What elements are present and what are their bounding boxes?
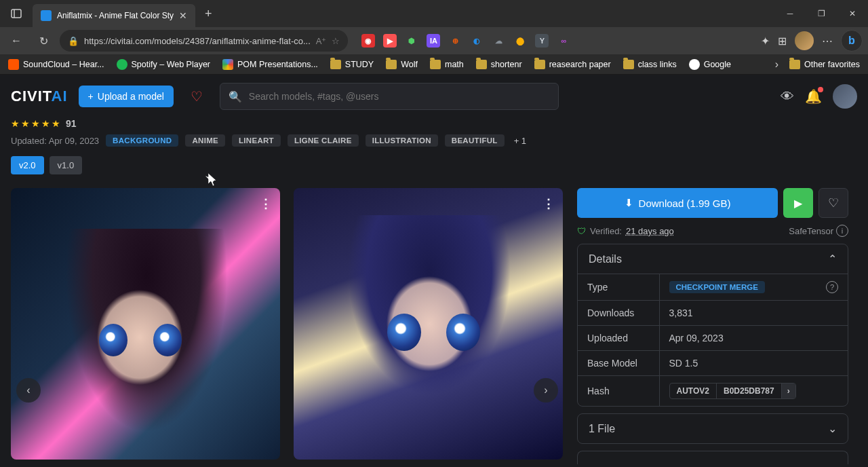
- image-menu-icon[interactable]: ⋮: [542, 196, 555, 211]
- rating-count: 91: [66, 118, 77, 129]
- ext-icon-5[interactable]: ⊕: [448, 34, 462, 48]
- ext-icon-10[interactable]: ∞: [557, 34, 570, 48]
- bookmark-pom[interactable]: POM Presentations...: [222, 59, 318, 70]
- files-panel-header[interactable]: 1 File ⌄: [578, 414, 848, 443]
- svg-rect-0: [12, 10, 21, 18]
- ext-icon-3[interactable]: ⬢: [405, 34, 418, 48]
- url-text: https://civitai.com/models/24387/aniflat…: [84, 36, 311, 46]
- details-table: TypeCHECKPOINT MERGE? Downloads3,831 Upl…: [578, 274, 848, 406]
- more-tags-button[interactable]: + 1: [511, 136, 529, 146]
- tab-title: Aniflatmix - Anime Flat Color Sty: [57, 11, 174, 20]
- version-v1[interactable]: v1.0: [50, 156, 83, 174]
- gallery-image-1[interactable]: ⋮: [11, 188, 280, 460]
- bookmark-folder-math[interactable]: math: [430, 60, 464, 69]
- bookmark-folder-study[interactable]: STUDY: [330, 60, 374, 69]
- bing-button[interactable]: b: [841, 30, 863, 52]
- address-bar[interactable]: 🔒 https://civitai.com/models/24387/anifl…: [60, 30, 348, 52]
- tag-anime[interactable]: ANIME: [185, 134, 225, 147]
- refresh-button[interactable]: ↻: [33, 30, 54, 52]
- profile-avatar[interactable]: [795, 31, 814, 50]
- play-icon: ▶: [794, 197, 802, 210]
- carousel-next-button[interactable]: ›: [534, 378, 558, 403]
- tab-close-icon[interactable]: ✕: [179, 10, 187, 21]
- info-icon[interactable]: ?: [826, 281, 838, 293]
- upload-model-button[interactable]: +Upload a model: [79, 86, 174, 107]
- favorites-heart-button[interactable]: ♡: [184, 84, 209, 109]
- favorite-star-icon[interactable]: ☆: [332, 36, 340, 46]
- browser-tab[interactable]: Aniflatmix - Anime Flat Color Sty ✕: [33, 4, 195, 27]
- ext-icon-4[interactable]: IA: [427, 34, 440, 48]
- other-favorites[interactable]: Other favorites: [789, 60, 860, 69]
- table-row: Base ModelSD 1.5: [578, 351, 848, 376]
- verified-when[interactable]: 21 days ago: [626, 226, 674, 236]
- tab-favicon: [41, 10, 52, 21]
- gallery-image-2[interactable]: ⋮: [294, 188, 563, 460]
- updated-date: Updated: Apr 09, 2023: [11, 136, 99, 146]
- bookmark-folder-shortenr[interactable]: shortenr: [476, 60, 522, 69]
- new-tab-button[interactable]: +: [195, 7, 222, 21]
- bookmarks-overflow-icon[interactable]: ›: [775, 58, 778, 71]
- table-row: Hash AUTOV2 B0D25DB787 ›: [578, 376, 848, 407]
- type-badge: CHECKPOINT MERGE: [669, 281, 765, 293]
- shield-icon: 🛡: [577, 226, 586, 236]
- bookmark-folder-classlinks[interactable]: class links: [623, 60, 677, 69]
- tag-ligne-claire[interactable]: LIGNE CLAIRE: [288, 134, 359, 147]
- close-window-button[interactable]: ✕: [837, 0, 868, 27]
- ext-icon-7[interactable]: ☁: [492, 34, 505, 48]
- hash-selector[interactable]: AUTOV2 B0D25DB787 ›: [669, 383, 796, 399]
- details-panel-header[interactable]: Details ⌃: [578, 244, 848, 274]
- table-row: UploadedApr 09, 2023: [578, 326, 848, 351]
- verified-label: Verified:: [590, 226, 622, 236]
- carousel-prev-button[interactable]: ‹: [16, 378, 41, 403]
- ext-icon-1[interactable]: ◉: [361, 34, 375, 48]
- ext-icon-2[interactable]: ▶: [383, 34, 397, 48]
- image-menu-icon[interactable]: ⋮: [260, 196, 272, 211]
- create-button[interactable]: ▶: [783, 188, 813, 218]
- bookmark-folder-research[interactable]: reasearch paper: [534, 60, 611, 69]
- search-box[interactable]: 🔍: [220, 83, 559, 110]
- ext-icon-6[interactable]: ◐: [470, 34, 484, 48]
- image-gallery: ⋮ ⋮ ‹ ›: [11, 188, 564, 464]
- chevron-right-icon[interactable]: ›: [782, 384, 795, 398]
- search-input[interactable]: [249, 91, 550, 102]
- table-row: Downloads3,831: [578, 301, 848, 326]
- bookmark-spotify[interactable]: Spotify – Web Player: [117, 59, 211, 70]
- site-logo[interactable]: CIVITAI: [11, 88, 68, 105]
- star-icon: ★: [11, 118, 20, 129]
- tag-beautiful[interactable]: BEAUTIFUL: [445, 134, 505, 147]
- reader-icon[interactable]: A⁺: [316, 36, 327, 46]
- download-icon: ⬇: [625, 197, 633, 209]
- tag-lineart[interactable]: LINEART: [232, 134, 281, 147]
- ext-icon-9[interactable]: Y: [535, 34, 549, 48]
- visibility-icon[interactable]: 👁: [781, 89, 794, 105]
- tag-illustration[interactable]: ILLUSTRATION: [366, 134, 438, 147]
- download-button[interactable]: ⬇ Download (1.99 GB): [577, 188, 778, 218]
- version-v2[interactable]: v2.0: [11, 156, 44, 174]
- maximize-button[interactable]: ❐: [806, 0, 837, 27]
- bookmark-google[interactable]: Google: [689, 59, 731, 70]
- notifications-button[interactable]: 🔔: [805, 88, 822, 105]
- favorite-button[interactable]: ♡: [818, 188, 848, 218]
- star-icon: ★: [52, 118, 60, 129]
- back-button[interactable]: ←: [5, 30, 27, 52]
- plus-icon: +: [88, 91, 94, 102]
- user-avatar[interactable]: [833, 84, 857, 109]
- info-icon[interactable]: i: [836, 225, 848, 237]
- minimize-button[interactable]: ─: [774, 0, 806, 27]
- notification-dot: [818, 87, 823, 92]
- extensions-icon[interactable]: ✦: [761, 35, 770, 48]
- chevron-down-icon: ⌄: [828, 422, 837, 435]
- collections-icon[interactable]: ⊞: [778, 35, 787, 48]
- rating-stars[interactable]: ★★★★★ 91: [11, 118, 857, 129]
- table-row: TypeCHECKPOINT MERGE?: [578, 274, 848, 301]
- star-icon: ★: [21, 118, 30, 129]
- bookmark-soundcloud[interactable]: SoundCloud – Hear...: [8, 59, 104, 70]
- tag-background[interactable]: BACKGROUND: [106, 134, 178, 147]
- chevron-up-icon: ⌃: [828, 253, 837, 265]
- more-menu-icon[interactable]: ⋯: [822, 35, 833, 48]
- bookmark-folder-wolf[interactable]: Wolf: [386, 60, 418, 69]
- tab-sidebar-button[interactable]: [0, 0, 33, 27]
- search-icon: 🔍: [229, 90, 242, 103]
- star-icon: ★: [41, 118, 50, 129]
- ext-icon-8[interactable]: ⬤: [513, 34, 527, 48]
